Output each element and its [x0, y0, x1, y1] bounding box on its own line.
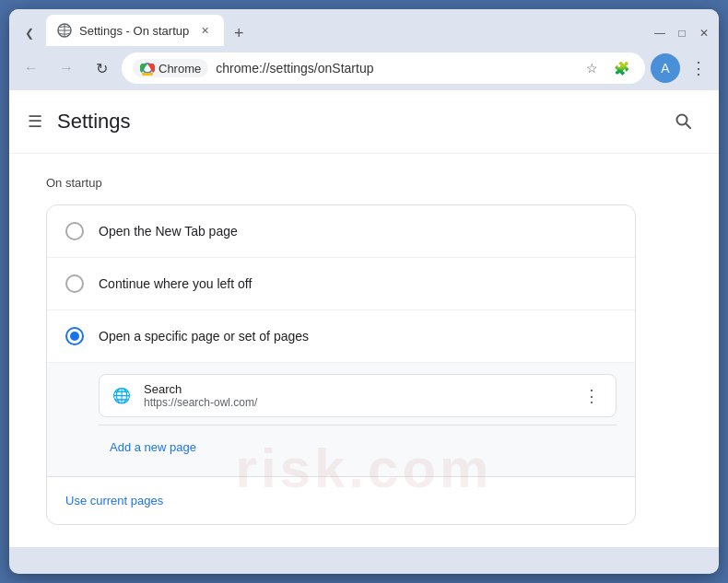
settings-title: Settings [57, 110, 667, 134]
tab-title: Settings - On startup [79, 24, 189, 38]
tab-favicon [57, 23, 72, 38]
chrome-badge: Chrome [133, 59, 208, 77]
use-current-pages-row: Use current pages [47, 476, 635, 524]
chrome-label: Chrome [159, 62, 201, 76]
address-url: chrome://settings/onStartup [216, 61, 571, 76]
startup-pages-section: 🌐 Search https://search-owl.com/ ⋮ Add a… [47, 363, 635, 476]
on-startup-label: On startup [46, 176, 682, 190]
new-tab-button[interactable]: + [226, 20, 252, 46]
back-button[interactable]: ← [17, 53, 46, 83]
restore-button[interactable]: □ [675, 26, 689, 41]
startup-page-item: 🌐 Search https://search-owl.com/ ⋮ [99, 374, 616, 417]
option-label-specific: Open a specific page or set of pages [99, 329, 309, 344]
startup-page-more-button[interactable]: ⋮ [579, 383, 605, 409]
radio-new-tab[interactable] [65, 222, 84, 240]
startup-page-text: Search https://search-owl.com/ [144, 382, 568, 409]
divider [99, 425, 616, 426]
option-label-new-tab: Open the New Tab page [99, 224, 238, 239]
radio-specific[interactable] [65, 327, 84, 345]
hamburger-menu[interactable]: ☰ [28, 111, 42, 132]
menu-button[interactable]: ⋮ [686, 55, 711, 81]
page-wrapper: ☰ Settings On startup Open [9, 90, 719, 574]
address-bar[interactable]: Chrome chrome://settings/onStartup ☆ 🧩 [122, 52, 645, 84]
page-content: ☰ Settings On startup Open [9, 90, 719, 547]
bookmark-icon[interactable]: ☆ [579, 55, 605, 81]
radio-inner-dot [70, 332, 79, 341]
chrome-logo-icon [140, 61, 155, 76]
tab-area: Settings - On startup ✕ + [46, 15, 252, 46]
startup-page-url: https://search-owl.com/ [144, 396, 568, 409]
settings-search-button[interactable] [667, 105, 700, 138]
tab-scroll-left[interactable]: ❮ [17, 20, 42, 46]
reload-button[interactable]: ↻ [87, 53, 116, 83]
option-row-continue[interactable]: Continue where you left off [47, 258, 635, 310]
forward-button[interactable]: → [52, 53, 81, 83]
close-button[interactable]: ✕ [697, 26, 711, 41]
globe-icon: 🌐 [111, 385, 133, 407]
options-card: Open the New Tab page Continue where you… [46, 204, 636, 525]
extension-icon[interactable]: 🧩 [608, 55, 634, 81]
address-bar-row: ← → ↻ Chrome chrome://settings/onStartup… [9, 46, 719, 90]
add-new-page-button[interactable]: Add a new page [99, 433, 207, 461]
title-bar: ❮ Settings - On startup ✕ + — □ [9, 9, 719, 46]
option-row-specific[interactable]: Open a specific page or set of pages [47, 310, 635, 363]
minimize-button[interactable]: — [652, 26, 667, 41]
svg-point-4 [146, 66, 150, 71]
use-current-pages-button[interactable]: Use current pages [65, 494, 163, 507]
tab-close-button[interactable]: ✕ [196, 22, 213, 39]
profile-button[interactable]: A [651, 53, 680, 83]
window-controls: — □ ✕ [652, 26, 711, 46]
address-icons: ☆ 🧩 [579, 55, 634, 81]
svg-line-6 [686, 123, 690, 128]
startup-page-name: Search [144, 382, 568, 396]
settings-body: On startup Open the New Tab page Continu… [9, 154, 719, 547]
option-row-new-tab[interactable]: Open the New Tab page [47, 205, 635, 258]
search-icon [675, 112, 693, 131]
option-label-continue: Continue where you left off [99, 276, 252, 291]
active-tab[interactable]: Settings - On startup ✕ [46, 15, 224, 46]
settings-header: ☰ Settings [9, 90, 719, 154]
radio-continue[interactable] [65, 274, 84, 293]
